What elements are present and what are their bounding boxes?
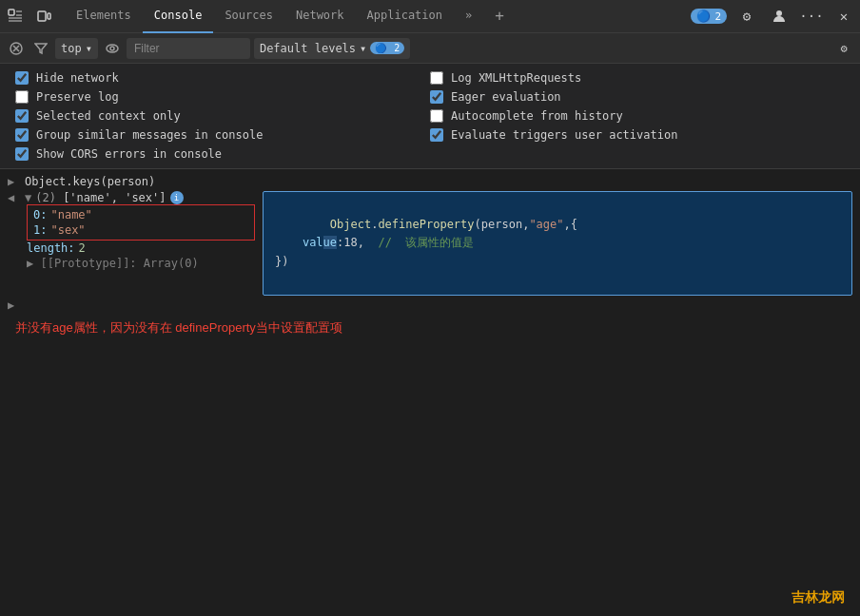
checkbox-eager_eval[interactable]	[430, 90, 443, 104]
settings-item-log_xml: Log XMLHttpRequests	[430, 71, 845, 85]
info-icon[interactable]: i	[170, 191, 184, 204]
array-output-row: ◀ ▼ (2) ['name', 'sex'] i 0: "name" 1:	[0, 190, 860, 297]
checkbox-eval_triggers[interactable]	[430, 128, 443, 142]
array-val-0: "name"	[50, 208, 91, 221]
code-object-keyword: Object	[330, 218, 371, 231]
array-items-expanded: 0: "name" 1: "sex"	[27, 204, 255, 241]
svg-point-3	[776, 10, 782, 16]
checkbox-log_xml[interactable]	[430, 71, 443, 85]
close-btn[interactable]: ✕	[831, 4, 856, 29]
array-label: (2) ['name', 'sex']	[35, 191, 166, 204]
eye-icon[interactable]	[102, 38, 123, 59]
log-levels-dropdown[interactable]: Default levels ▾ 🔵 2	[254, 38, 410, 59]
checkbox-autocomplete[interactable]	[430, 109, 443, 123]
console-input-line: ▶ Object.keys(person)	[0, 173, 860, 190]
checkbox-selected_context[interactable]	[15, 109, 29, 123]
prototype-row: ▶ [[Prototype]]: Array(0)	[8, 256, 255, 271]
checkbox-show_cors[interactable]	[15, 147, 29, 161]
array-header: ◀ ▼ (2) ['name', 'sex'] i	[8, 191, 255, 204]
console-prompt-row: ▶	[0, 297, 860, 314]
array-key-1: 1:	[33, 223, 47, 237]
right-arrow-icon: ▶	[8, 175, 19, 188]
svg-rect-2	[48, 13, 50, 19]
tab-console[interactable]: Console	[143, 0, 214, 33]
tab-bar: Elements Console Sources Network Applica…	[0, 0, 860, 33]
settings-item-group_similar: Group similar messages in console	[15, 128, 430, 142]
label-hide_network: Hide network	[36, 71, 119, 85]
settings-panel: Hide networkPreserve logSelected context…	[0, 64, 860, 169]
svg-point-5	[107, 45, 118, 52]
tab-right-controls: 🔵 2 ⚙ ··· ✕	[691, 4, 856, 29]
expand-triangle-icon[interactable]: ▼	[25, 191, 31, 204]
console-error-message: 并没有age属性，因为没有在 defineProperty当中设置配置项	[0, 314, 860, 340]
left-arrow-icon: ◀	[8, 191, 23, 204]
array-item-0: 0: "name"	[33, 207, 248, 222]
issues-badge[interactable]: 🔵 2	[691, 9, 727, 24]
more-btn[interactable]: ···	[799, 4, 824, 29]
code-block: Object.defineProperty(person,"age",{ val…	[263, 191, 852, 296]
devtools-icons	[4, 5, 55, 28]
tab-application[interactable]: Application	[356, 0, 454, 33]
settings-col-1: Hide networkPreserve logSelected context…	[15, 71, 430, 161]
filter-input[interactable]	[127, 38, 250, 59]
label-log_xml: Log XMLHttpRequests	[451, 71, 581, 85]
tab-elements[interactable]: Elements	[65, 0, 143, 33]
tab-add[interactable]: +	[483, 0, 516, 33]
settings-item-selected_context: Selected context only	[15, 109, 430, 123]
console-toolbar: top ▾ Default levels ▾ 🔵 2 ⚙	[0, 33, 860, 64]
array-item-1: 1: "sex"	[33, 222, 248, 238]
profile-btn[interactable]	[767, 4, 792, 29]
array-length-row: length: 2	[8, 241, 255, 256]
tab-network[interactable]: Network	[284, 0, 356, 33]
chevron-down-icon: ▾	[86, 42, 92, 55]
settings-item-eager_eval: Eager evaluation	[430, 90, 845, 104]
prompt-arrow-icon: ▶	[8, 298, 14, 312]
svg-rect-1	[38, 11, 46, 21]
length-key: length:	[27, 241, 75, 255]
label-eval_triggers: Evaluate triggers user activation	[451, 128, 677, 142]
console-settings-btn[interactable]: ⚙	[833, 38, 854, 59]
length-val: 2	[79, 241, 86, 255]
watermark: 吉林龙网	[792, 589, 845, 606]
svg-point-6	[110, 47, 114, 50]
checkbox-group_similar[interactable]	[15, 128, 29, 142]
main-content: Hide networkPreserve logSelected context…	[0, 64, 860, 616]
settings-col-2: Log XMLHttpRequestsEager evaluationAutoc…	[430, 71, 845, 161]
levels-badge: 🔵 2	[370, 42, 404, 54]
checkbox-preserve_log[interactable]	[15, 90, 29, 104]
console-area[interactable]: ▶ Object.keys(person) ◀ ▼ (2) ['name', '…	[0, 169, 860, 616]
inspect-icon[interactable]	[4, 5, 27, 28]
filter-icon	[30, 38, 51, 59]
settings-item-show_cors: Show CORS errors in console	[15, 147, 430, 161]
settings-item-autocomplete: Autocomplete from history	[430, 109, 845, 123]
settings-item-eval_triggers: Evaluate triggers user activation	[430, 128, 845, 142]
array-val-1: "sex"	[50, 223, 85, 237]
context-selector[interactable]: top ▾	[55, 38, 98, 59]
settings-item-preserve_log: Preserve log	[15, 90, 430, 104]
label-selected_context: Selected context only	[36, 109, 181, 123]
label-autocomplete: Autocomplete from history	[451, 109, 623, 123]
clear-console-btn[interactable]	[6, 38, 27, 59]
label-eager_eval: Eager evaluation	[451, 90, 561, 104]
array-key-0: 0:	[33, 208, 47, 221]
settings-item-hide_network: Hide network	[15, 71, 430, 85]
label-group_similar: Group similar messages in console	[36, 128, 263, 142]
console-input-text: Object.keys(person)	[25, 175, 155, 188]
tab-more[interactable]: »	[454, 0, 483, 33]
array-left: ◀ ▼ (2) ['name', 'sex'] i 0: "name" 1:	[8, 191, 255, 271]
settings-btn[interactable]: ⚙	[734, 4, 759, 29]
tab-sources[interactable]: Sources	[213, 0, 284, 33]
checkbox-hide_network[interactable]	[15, 71, 29, 85]
label-preserve_log: Preserve log	[36, 90, 119, 104]
chevron-down-icon: ▾	[360, 42, 366, 55]
device-icon[interactable]	[32, 5, 55, 28]
label-show_cors: Show CORS errors in console	[36, 147, 222, 161]
svg-rect-0	[9, 10, 14, 15]
